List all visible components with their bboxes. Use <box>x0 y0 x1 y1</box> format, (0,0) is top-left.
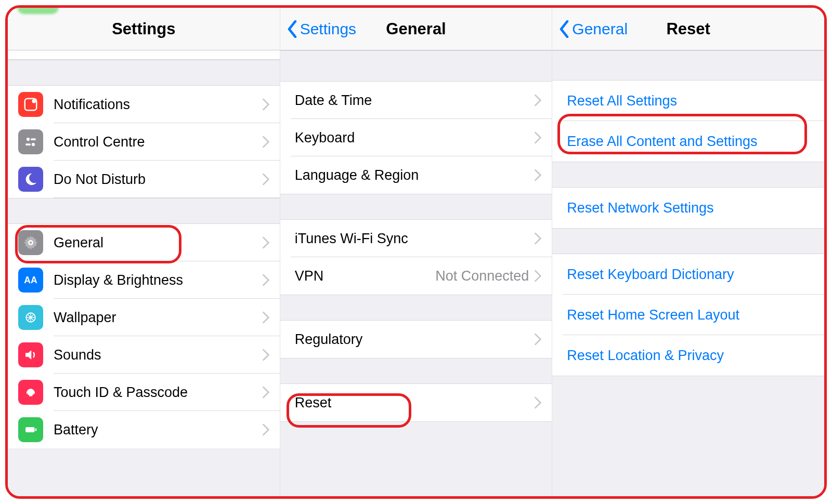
general-row-regulatory[interactable]: Regulatory <box>280 321 552 358</box>
settings-row-control-centre[interactable]: Control Centre <box>8 123 280 161</box>
general-title: General <box>386 20 446 38</box>
control-centre-icon <box>18 129 43 154</box>
general-panel: Settings General Date & Time Keyboard La… <box>280 8 552 496</box>
settings-row-display[interactable]: AA Display & Brightness <box>8 261 280 299</box>
svg-rect-5 <box>25 143 31 145</box>
settings-row-wallpaper[interactable]: Wallpaper <box>8 299 280 336</box>
general-row-vpn[interactable]: VPN Not Connected <box>280 257 552 295</box>
row-label: Language & Region <box>295 167 419 183</box>
chevron-right-icon <box>534 232 541 245</box>
row-label: Reset Keyboard Dictionary <box>567 267 734 283</box>
chevron-right-icon <box>262 386 269 399</box>
svg-point-4 <box>32 143 35 146</box>
chevron-right-icon <box>262 311 269 324</box>
triptych-frame: Settings Notifications Control Centre <box>5 5 827 499</box>
chevron-right-icon <box>262 423 269 436</box>
group-gap <box>8 198 280 224</box>
reset-navbar: General Reset <box>552 8 824 50</box>
settings-row-notifications[interactable]: Notifications <box>8 86 280 123</box>
group-gap <box>280 50 552 82</box>
settings-title: Settings <box>112 20 175 38</box>
chevron-right-icon <box>534 270 541 282</box>
row-detail: Not Connected <box>435 268 529 284</box>
row-label: Notifications <box>54 97 130 113</box>
reset-row-network[interactable]: Reset Network Settings <box>552 188 824 228</box>
carrier-indicator <box>17 8 59 14</box>
reset-row-all[interactable]: Reset All Settings <box>552 81 824 121</box>
row-label: Reset All Settings <box>567 93 677 109</box>
reset-row-erase[interactable]: Erase All Content and Settings <box>552 121 824 162</box>
row-label: Reset Location & Privacy <box>567 348 724 364</box>
chevron-right-icon <box>534 396 541 409</box>
fingerprint-icon <box>18 380 43 405</box>
back-label: General <box>572 20 628 38</box>
display-icon: AA <box>18 268 43 293</box>
general-row-language[interactable]: Language & Region <box>280 156 552 194</box>
settings-panel: Settings Notifications Control Centre <box>8 8 280 496</box>
moon-icon <box>18 167 43 192</box>
row-label: Regulatory <box>295 331 363 348</box>
chevron-right-icon <box>262 136 269 148</box>
row-label: Battery <box>54 422 98 438</box>
row-label: iTunes Wi-Fi Sync <box>295 231 408 247</box>
back-label: Settings <box>300 20 356 38</box>
reset-row-keyboard[interactable]: Reset Keyboard Dictionary <box>552 254 824 295</box>
row-label: Reset Home Screen Layout <box>567 307 739 323</box>
chevron-right-icon <box>262 274 269 286</box>
reset-title: Reset <box>666 20 710 38</box>
chevron-right-icon <box>262 173 269 185</box>
chevron-right-icon <box>262 236 269 249</box>
row-label: Keyboard <box>295 130 355 146</box>
chevron-right-icon <box>262 349 269 361</box>
settings-row-sounds[interactable]: Sounds <box>8 336 280 374</box>
settings-row-general[interactable]: General <box>8 224 280 261</box>
speaker-icon <box>18 342 43 367</box>
notifications-icon <box>18 92 43 117</box>
reset-panel: General Reset Reset All Settings Erase A… <box>552 8 824 496</box>
back-settings-button[interactable]: Settings <box>288 8 356 50</box>
row-label: Touch ID & Passcode <box>54 384 188 401</box>
reset-row-home[interactable]: Reset Home Screen Layout <box>552 295 824 335</box>
general-row-datetime[interactable]: Date & Time <box>280 82 552 119</box>
group-gap <box>280 421 552 496</box>
row-label: Reset Network Settings <box>567 200 713 216</box>
group-gap <box>280 358 552 384</box>
group-gap <box>552 162 824 188</box>
row-label: General <box>54 235 103 251</box>
chevron-right-icon <box>534 94 541 107</box>
svg-point-2 <box>27 138 30 141</box>
row-label: Erase All Content and Settings <box>567 134 757 150</box>
general-row-reset[interactable]: Reset <box>280 384 552 421</box>
group-gap <box>280 295 552 321</box>
chevron-right-icon <box>262 98 269 111</box>
settings-row-battery[interactable]: Battery <box>8 411 280 448</box>
chevron-right-icon <box>534 333 541 346</box>
svg-rect-15 <box>35 429 37 431</box>
settings-navbar: Settings <box>8 8 280 50</box>
settings-row-touchid[interactable]: Touch ID & Passcode <box>8 374 280 411</box>
group-gap <box>280 194 552 220</box>
settings-row-dnd[interactable]: Do Not Disturb <box>8 161 280 198</box>
general-navbar: Settings General <box>280 8 552 50</box>
row-label: Sounds <box>54 347 101 363</box>
group-gap <box>552 228 824 254</box>
row-label: Control Centre <box>54 134 145 150</box>
wallpaper-icon <box>18 305 43 330</box>
chevron-right-icon <box>534 131 541 144</box>
row-stub <box>8 50 280 60</box>
reset-row-location[interactable]: Reset Location & Privacy <box>552 335 824 376</box>
row-label: Date & Time <box>295 92 372 109</box>
group-gap <box>8 60 280 86</box>
row-label: Reset <box>295 395 332 411</box>
back-general-button[interactable]: General <box>560 8 628 50</box>
gear-icon <box>18 230 43 255</box>
row-label: VPN <box>295 268 324 284</box>
general-row-keyboard[interactable]: Keyboard <box>280 119 552 156</box>
chevron-right-icon <box>534 169 541 181</box>
svg-text:AA: AA <box>24 275 37 285</box>
general-row-itunes[interactable]: iTunes Wi-Fi Sync <box>280 220 552 257</box>
row-label: Do Not Disturb <box>54 171 146 188</box>
row-label: Wallpaper <box>54 310 116 326</box>
svg-rect-14 <box>25 427 35 432</box>
svg-point-1 <box>32 99 36 103</box>
